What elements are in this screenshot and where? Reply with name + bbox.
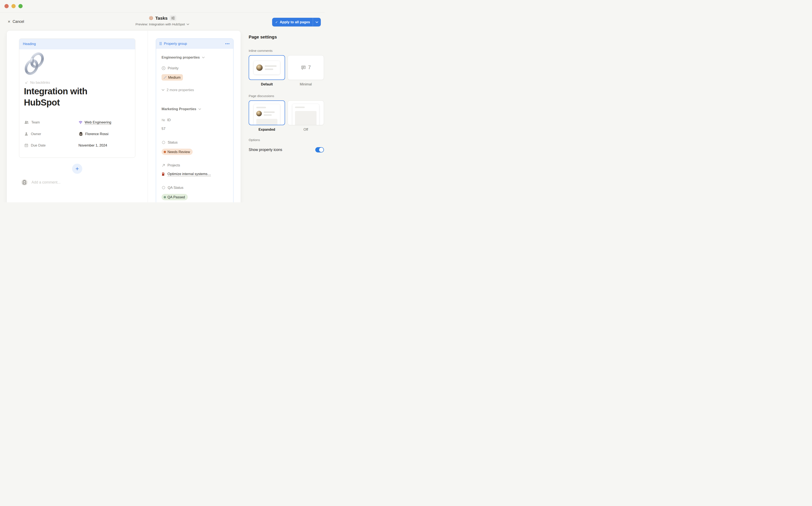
avatar [256,111,262,116]
expanded-option-label: Expanded [249,128,285,132]
heading-block[interactable]: Heading [19,38,135,158]
off-option-preview [292,104,319,125]
qa-status-value-pill: QA Passed [162,194,188,200]
avatar [256,65,263,71]
chevron-down-icon [202,57,205,58]
inline-comments-label: Inline comments [249,49,273,53]
off-option-label: Off [288,128,324,132]
projects-value: Optimize internal systems… [162,172,211,176]
column-divider [148,31,148,202]
numero-icon: № [162,118,165,122]
helm-icon [149,16,154,20]
chevron-down-icon [162,89,165,91]
calendar-icon [24,143,28,147]
property-row-team: Team Web Engineering [24,119,131,125]
arrow-down-left-icon [25,81,28,84]
status-spinner-icon [162,186,166,190]
show-property-icons-label: Show property icons [249,148,282,152]
heading-block-label: Heading [23,42,36,46]
page-discussions-label: Page discussions [249,94,274,98]
page-title: Tasks [156,16,168,21]
minimal-option-preview: 7 [301,65,311,70]
window-titlebar [0,0,325,13]
due-date-label: Due Date [31,143,46,147]
group-engineering-properties[interactable]: Engineering properties [162,56,205,60]
property-group-block[interactable]: Property group ••• Engineering propertie… [156,38,234,202]
team-label: Team [31,120,40,124]
show-property-icons-toggle[interactable] [315,147,324,153]
preview-page-selector[interactable]: Preview: Integration with HubSpot [136,22,189,26]
property-group-header[interactable]: Property group ••• [156,39,233,49]
add-comment-input[interactable] [31,180,112,185]
page-heading-title: Integration with HubSpot [24,86,131,108]
priority-value-tag: Medium [162,74,183,81]
default-option-preview [254,61,280,74]
show-property-icons-row: Show property icons [249,147,324,153]
arrow-up-right-icon [162,163,165,167]
field-status: Status [162,141,178,145]
add-block-button[interactable]: + [72,164,82,174]
property-row-owner: Owner Florence Rossi [24,131,131,137]
status-value-pill: Needs Review [162,149,193,155]
zoom-window-button[interactable] [18,4,23,8]
apply-dropdown-button[interactable] [313,21,321,23]
expanded-option-preview [254,104,280,125]
more-options-button[interactable]: ••• [225,42,230,46]
inline-comments-default-option[interactable] [249,55,285,80]
person-icon [24,132,28,136]
chevron-down-icon [315,21,318,23]
comment-composer [21,179,112,186]
page-discussions-off-option[interactable] [288,100,324,125]
default-option-label: Default [249,82,285,86]
field-priority: Priority [162,66,178,70]
orange-dot [164,151,166,153]
page-discussions-expanded-option[interactable] [249,100,285,125]
options-label: Options [249,138,260,142]
minimize-window-button[interactable] [11,4,16,8]
field-id: № ID [162,118,171,122]
layout-options-button[interactable] [170,15,176,21]
signal-icon [78,120,83,124]
chevron-down-icon [186,23,189,25]
page-preview-surface: Heading [7,31,241,202]
due-date-value: November 1, 2024 [78,143,107,147]
page-settings-title: Page settings [249,34,277,39]
minimal-option-label: Minimal [288,82,324,86]
toggle-knob [319,148,324,152]
comment-bubble-icon [301,65,306,70]
backlinks-label: No backlinks [30,81,50,85]
team-value-link[interactable]: Web Engineering [85,120,111,124]
property-group-label: Property group [164,41,187,46]
backlinks-indicator: No backlinks [25,81,50,85]
apply-label: Apply to all pages [280,20,310,24]
apply-to-all-pages-button[interactable]: ✓ Apply to all pages [272,18,321,26]
priority-icon [162,66,166,70]
comment-avatar [21,179,28,186]
field-qa-status: QA Status [162,186,183,190]
status-spinner-icon [162,141,166,145]
fuel-pump-icon [162,172,165,176]
more-properties-toggle[interactable]: 2 more properties [162,88,194,92]
projects-value-link[interactable]: Optimize internal systems… [168,172,211,176]
heading-block-header[interactable]: Heading [19,39,135,49]
needle-icon [164,76,167,79]
people-icon [24,120,29,124]
sliders-icon [171,16,175,20]
group-marketing-properties[interactable]: Marketing Properties [162,107,201,111]
owner-label: Owner [31,132,41,136]
owner-avatar [78,132,83,137]
close-window-button[interactable] [4,4,9,8]
page-icon-chains [23,52,46,76]
preview-page-label: Preview: Integration with HubSpot [136,22,185,26]
chevron-down-icon [198,108,201,110]
property-row-due-date: Due Date November 1, 2024 [24,142,131,148]
field-projects: Projects [162,163,180,167]
plus-icon: + [76,165,79,172]
drag-handle-icon[interactable] [160,42,162,45]
green-dot [164,196,166,198]
id-value: 57 [162,126,165,131]
inline-comments-minimal-option[interactable]: 7 [288,55,324,80]
customize-page-window: ✕ Cancel Tasks [0,0,325,202]
comment-count: 7 [308,65,311,70]
check-icon: ✓ [275,20,278,24]
